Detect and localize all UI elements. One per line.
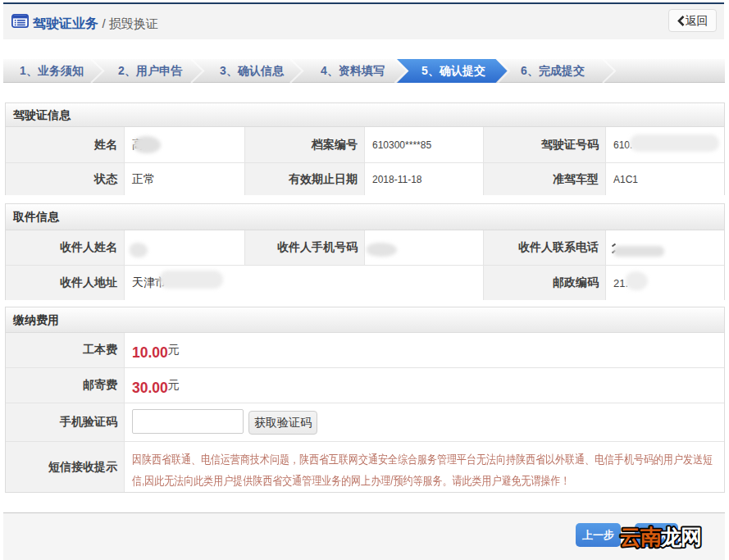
svg-text:云南: 云南 xyxy=(620,525,662,549)
svg-text:龙网: 龙网 xyxy=(659,525,701,549)
